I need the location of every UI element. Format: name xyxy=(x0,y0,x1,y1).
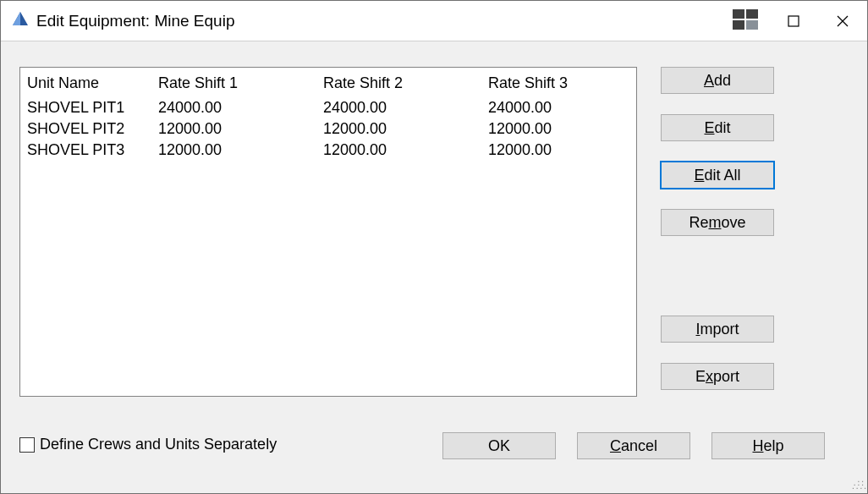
svg-rect-5 xyxy=(746,20,758,30)
table-row[interactable]: SHOVEL PIT2 12000.00 12000.00 12000.00 xyxy=(20,118,636,140)
remove-button[interactable]: Remove xyxy=(661,209,774,236)
dialog-window: Edit Equipment: Mine Equip Unit Name xyxy=(0,0,868,494)
cell-rate2: 24000.00 xyxy=(323,99,488,117)
define-crews-checkbox[interactable] xyxy=(19,437,35,453)
svg-rect-2 xyxy=(733,9,744,19)
cell-unit-name: SHOVEL PIT2 xyxy=(27,120,158,138)
app-icon xyxy=(11,10,30,32)
resize-grip-icon[interactable]: ......... xyxy=(852,478,865,491)
cell-unit-name: SHOVEL PIT3 xyxy=(27,141,158,159)
cancel-button[interactable]: Cancel xyxy=(577,432,690,459)
export-button[interactable]: Export xyxy=(661,363,774,390)
titlebar: Edit Equipment: Mine Equip xyxy=(1,1,867,41)
cell-rate2: 12000.00 xyxy=(323,141,488,159)
dialog-button-row: OK Cancel Help xyxy=(442,432,825,459)
svg-marker-1 xyxy=(13,12,20,25)
table-row[interactable]: SHOVEL PIT1 24000.00 24000.00 24000.00 xyxy=(20,97,636,118)
svg-rect-3 xyxy=(746,9,758,19)
cell-rate1: 24000.00 xyxy=(158,99,323,117)
svg-rect-4 xyxy=(733,20,744,30)
client-area: Unit Name Rate Shift 1 Rate Shift 2 Rate… xyxy=(1,41,867,493)
edit-all-button[interactable]: Edit All xyxy=(661,162,774,189)
define-crews-checkbox-row[interactable]: Define Crews and Units Separately xyxy=(19,436,277,453)
cell-rate3: 12000.00 xyxy=(488,120,628,138)
col-rate-shift-3: Rate Shift 3 xyxy=(488,74,628,92)
monitor-icon xyxy=(732,8,761,34)
help-button[interactable]: Help xyxy=(711,432,825,459)
edit-button[interactable]: Edit xyxy=(661,114,774,141)
maximize-button[interactable] xyxy=(769,1,818,41)
cell-rate1: 12000.00 xyxy=(158,141,323,159)
ok-button[interactable]: OK xyxy=(442,432,556,459)
import-button[interactable]: Import xyxy=(661,316,774,343)
table-header-row: Unit Name Rate Shift 1 Rate Shift 2 Rate… xyxy=(20,68,636,97)
close-button[interactable] xyxy=(818,1,867,41)
add-button[interactable]: Add xyxy=(661,67,774,94)
side-button-column: Add Edit Edit All Remove Import Export xyxy=(661,67,774,390)
table-row[interactable]: SHOVEL PIT3 12000.00 12000.00 12000.00 xyxy=(20,140,636,161)
define-crews-label: Define Crews and Units Separately xyxy=(40,436,277,453)
cell-unit-name: SHOVEL PIT1 xyxy=(27,99,158,117)
cell-rate2: 12000.00 xyxy=(323,120,488,138)
col-rate-shift-1: Rate Shift 1 xyxy=(158,74,323,92)
svg-rect-6 xyxy=(788,16,799,26)
cell-rate3: 12000.00 xyxy=(488,141,628,159)
equipment-table[interactable]: Unit Name Rate Shift 1 Rate Shift 2 Rate… xyxy=(19,67,637,397)
window-title: Edit Equipment: Mine Equip xyxy=(36,12,234,30)
window-controls xyxy=(732,1,867,41)
col-unit-name: Unit Name xyxy=(27,74,158,92)
cell-rate1: 12000.00 xyxy=(158,120,323,138)
col-rate-shift-2: Rate Shift 2 xyxy=(323,74,488,92)
cell-rate3: 24000.00 xyxy=(488,99,628,117)
